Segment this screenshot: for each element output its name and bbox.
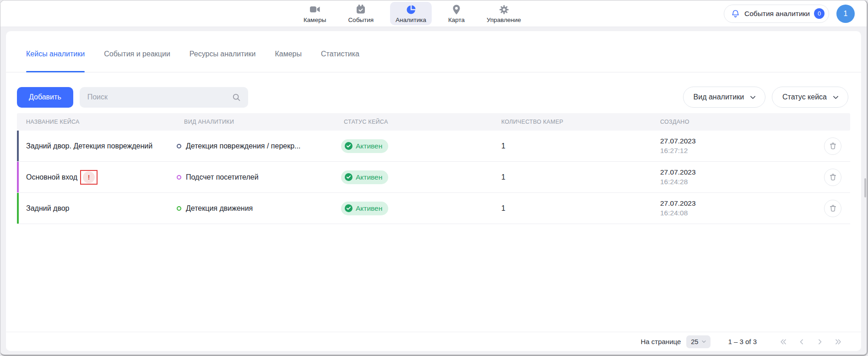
- double-chevron-right-icon: [834, 337, 843, 346]
- delete-case-button[interactable]: [824, 169, 841, 186]
- created-at: 27.07.2023 16:24:28: [651, 168, 815, 186]
- delete-case-button[interactable]: [824, 200, 841, 217]
- chevron-left-icon: [797, 337, 806, 346]
- pagination-range: 1 – 3 of 3: [728, 338, 757, 345]
- calendar-check-icon: [355, 4, 366, 15]
- case-status: Активен: [335, 139, 492, 153]
- filter-label: Статус кейса: [782, 93, 827, 101]
- check-circle-icon: [345, 204, 353, 212]
- camera-count: 1: [492, 173, 651, 181]
- column-header-type: ВИД АНАЛИТИКИ: [175, 119, 335, 125]
- check-circle-icon: [345, 142, 353, 150]
- map-pin-icon: [451, 4, 462, 15]
- row-actions: [815, 137, 850, 155]
- created-at: 27.07.2023 16:24:08: [651, 199, 815, 218]
- analytics-type-ring-icon: [177, 175, 181, 180]
- status-badge: Активен: [341, 139, 388, 153]
- cases-table: НАЗВАНИЕ КЕЙСА ВИД АНАЛИТИКИ СТАТУС КЕЙС…: [17, 113, 850, 224]
- search-icon: [232, 93, 241, 102]
- avatar[interactable]: 1: [836, 5, 855, 23]
- nav-item-label: События: [348, 16, 374, 23]
- bell-icon: [731, 9, 740, 18]
- case-status: Активен: [335, 202, 492, 215]
- gear-icon: [499, 4, 510, 15]
- main-nav: Камеры События Аналитика Карта: [298, 0, 526, 27]
- double-chevron-left-icon: [779, 337, 788, 346]
- top-bar: Камеры События Аналитика Карта: [0, 0, 867, 27]
- delete-case-button[interactable]: [824, 137, 841, 155]
- camera-count: 1: [492, 142, 651, 150]
- camera-count: 1: [492, 204, 651, 213]
- search-input[interactable]: [87, 93, 232, 101]
- created-time: 16:27:12: [660, 146, 815, 155]
- analytics-type-ring-icon: [177, 144, 181, 148]
- filters: Вид аналитики Статус кейса: [683, 87, 848, 108]
- add-button[interactable]: Добавить: [17, 87, 73, 108]
- nav-item-management[interactable]: Управление: [481, 2, 526, 25]
- table-row[interactable]: Основной вход ! Подсчет посетителей: [17, 162, 850, 193]
- table-row[interactable]: Задний двор. Детекция повреждений Детекц…: [17, 131, 850, 162]
- chevron-right-icon: [815, 337, 825, 346]
- nav-item-label: Карта: [448, 16, 465, 23]
- table-row[interactable]: Задний двор Детекция движения Активен: [17, 193, 850, 224]
- trash-icon: [829, 142, 837, 150]
- per-page-value: 25: [691, 338, 698, 345]
- previous-page-button[interactable]: [797, 337, 806, 346]
- table-header: НАЗВАНИЕ КЕЙСА ВИД АНАЛИТИКИ СТАТУС КЕЙС…: [17, 113, 850, 131]
- next-page-button[interactable]: [815, 337, 825, 346]
- case-status: Активен: [335, 170, 492, 184]
- analytics-events-button[interactable]: События аналитики 0: [724, 5, 829, 23]
- case-name: Задний двор: [17, 204, 175, 213]
- scrollbar-thumb[interactable]: [864, 178, 866, 197]
- trash-icon: [829, 173, 837, 181]
- status-badge: Активен: [341, 202, 388, 215]
- events-count-badge: 0: [814, 8, 825, 19]
- created-at: 27.07.2023 16:27:12: [651, 137, 815, 155]
- analytics-type-filter[interactable]: Вид аналитики: [683, 87, 766, 108]
- per-page-label: На странице: [640, 338, 681, 345]
- last-page-button[interactable]: [834, 337, 843, 346]
- warning-icon: !: [83, 171, 95, 183]
- column-header-status: СТАТУС КЕЙСА: [335, 119, 492, 125]
- tab-statistics[interactable]: Статистика: [321, 31, 359, 72]
- nav-item-map[interactable]: Карта: [443, 2, 470, 25]
- analytics-type: Детекция движения: [175, 204, 335, 213]
- chevron-down-icon: [701, 339, 707, 345]
- app-window: Камеры События Аналитика Карта: [0, 0, 868, 356]
- case-status-filter[interactable]: Статус кейса: [772, 87, 848, 108]
- column-header-created: СОЗДАНО: [651, 119, 815, 125]
- tab-analytics-resources[interactable]: Ресурсы аналитики: [190, 31, 256, 72]
- pie-chart-icon: [406, 4, 417, 15]
- filter-label: Вид аналитики: [694, 93, 744, 101]
- pagination-controls: [779, 337, 843, 346]
- nav-item-events[interactable]: События: [342, 2, 379, 25]
- tabs: Кейсы аналитики События и реакции Ресурс…: [6, 31, 861, 72]
- nav-item-analytics[interactable]: Аналитика: [390, 2, 432, 25]
- per-page-select[interactable]: 25: [686, 335, 711, 348]
- tab-analytics-cases[interactable]: Кейсы аналитики: [26, 31, 85, 72]
- nav-item-label: Аналитика: [396, 16, 426, 23]
- analytics-type: Детекция повреждения / перекр...: [175, 142, 335, 150]
- case-name: Задний двор. Детекция повреждений: [17, 142, 175, 150]
- column-header-name: НАЗВАНИЕ КЕЙСА: [17, 119, 175, 125]
- created-date: 27.07.2023: [660, 168, 815, 177]
- created-date: 27.07.2023: [660, 199, 815, 208]
- search-box[interactable]: [80, 87, 248, 108]
- tab-cameras[interactable]: Камеры: [275, 31, 302, 72]
- table-footer: На странице 25 1 – 3 of 3: [6, 332, 861, 351]
- nav-item-cameras[interactable]: Камеры: [298, 2, 331, 25]
- video-camera-icon: [309, 4, 320, 15]
- row-actions: [815, 169, 850, 186]
- chevron-down-icon: [832, 93, 840, 101]
- content-area: Кейсы аналитики События и реакции Ресурс…: [0, 27, 867, 356]
- chevron-down-icon: [749, 93, 757, 101]
- analytics-type: Подсчет посетителей: [175, 173, 335, 181]
- trash-icon: [829, 204, 837, 213]
- first-page-button[interactable]: [779, 337, 788, 346]
- check-circle-icon: [345, 173, 353, 181]
- events-button-label: События аналитики: [744, 10, 810, 18]
- tab-events-reactions[interactable]: События и реакции: [104, 31, 170, 72]
- warning-highlight-box: !: [80, 170, 98, 185]
- created-time: 16:24:08: [660, 208, 815, 218]
- top-right-area: События аналитики 0 1: [724, 0, 855, 27]
